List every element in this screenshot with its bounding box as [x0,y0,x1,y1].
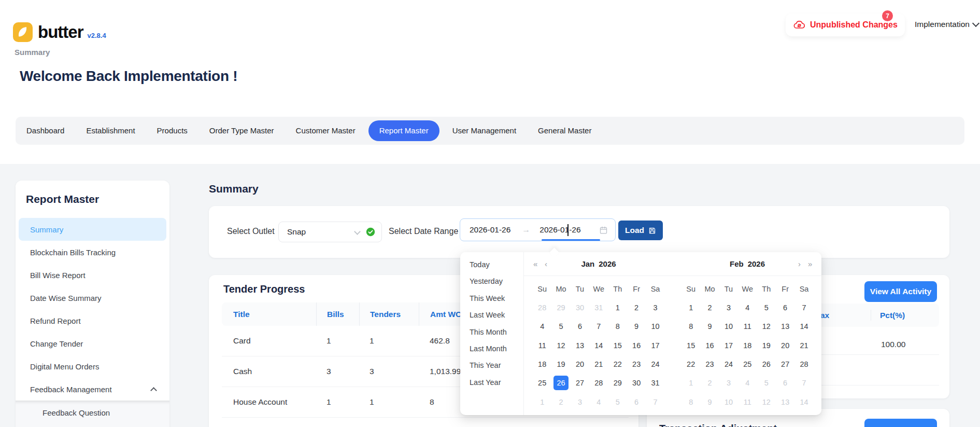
calendar-day[interactable]: 30 [571,298,589,317]
calendar-day[interactable]: 22 [681,355,700,374]
calendar-day[interactable]: 9 [627,317,646,336]
calendar-day[interactable]: 28 [794,355,813,374]
calendar-day[interactable]: 5 [757,374,776,392]
calendar-day[interactable]: 14 [589,336,608,355]
datepicker-shortcut-this-week[interactable]: This Week [460,290,523,307]
datepicker-shortcut-last-year[interactable]: Last Year [460,374,523,391]
calendar-day[interactable]: 12 [551,336,570,355]
calendar-day[interactable]: 18 [533,355,551,374]
tab-report-master[interactable]: Report Master [368,120,439,141]
calendar-day[interactable]: 6 [776,298,794,317]
calendar-day[interactable]: 21 [794,336,813,355]
calendar-day[interactable]: 2 [551,392,570,411]
tab-dashboard[interactable]: Dashboard [16,117,75,145]
calendar-day[interactable]: 1 [608,298,627,317]
calendar-day[interactable]: 2 [627,298,646,317]
start-date-value[interactable]: 2026-01-26 [470,225,510,235]
sidebar-item-bill-wise-report[interactable]: Bill Wise Report [16,264,169,286]
datepicker-shortcut-last-week[interactable]: Last Week [460,307,523,323]
calendar-day[interactable]: 1 [533,392,551,411]
calendar-day[interactable]: 16 [627,336,646,355]
calendar-day[interactable]: 30 [627,374,646,392]
calendar-day[interactable]: 16 [700,336,719,355]
tab-products[interactable]: Products [146,117,198,145]
tab-customer-master[interactable]: Customer Master [285,117,366,145]
sidebar-item-change-tender[interactable]: Change Tender [16,332,169,355]
calendar-day[interactable]: 26 [757,355,776,374]
calendar-day[interactable]: 28 [589,374,608,392]
calendar-day[interactable]: 28 [533,298,551,317]
calendar-day[interactable]: 3 [571,392,589,411]
calendar-day[interactable]: 19 [551,355,570,374]
calendar-day[interactable]: 10 [719,317,738,336]
calendar-day[interactable]: 8 [681,317,700,336]
calendar-day[interactable]: 10 [646,317,664,336]
calendar-day[interactable]: 7 [794,298,813,317]
calendar-day[interactable]: 2 [700,298,719,317]
calendar-day[interactable]: 14 [794,392,813,411]
calendar-day[interactable]: 9 [700,317,719,336]
calendar-day[interactable]: 31 [646,374,664,392]
calendar-day[interactable]: 4 [738,298,757,317]
calendar-day[interactable]: 15 [681,336,700,355]
calendar-day[interactable]: 6 [776,374,794,392]
calendar-day[interactable]: 5 [608,392,627,411]
next-year-icon[interactable]: » [808,252,812,276]
tab-order-type-master[interactable]: Order Type Master [198,117,285,145]
calendar-day[interactable]: 8 [608,317,627,336]
tab-user-management[interactable]: User Management [442,117,527,145]
calendar-day[interactable]: 2 [700,374,719,392]
calendar-day[interactable]: 12 [757,392,776,411]
calendar-day[interactable]: 13 [776,392,794,411]
calendar-day[interactable]: 10 [719,392,738,411]
calendar-day[interactable]: 24 [719,355,738,374]
calendar-day[interactable]: 19 [757,336,776,355]
calendar-day[interactable]: 3 [719,298,738,317]
calendar-day[interactable]: 17 [646,336,664,355]
calendar-day[interactable]: 24 [646,355,664,374]
calendar-day[interactable]: 20 [776,336,794,355]
account-menu[interactable]: Implementation [915,20,978,29]
sidebar-item-date-wise-summary[interactable]: Date Wise Summary [16,286,169,309]
outlet-select[interactable]: Snap [278,222,382,242]
calendar-day[interactable]: 18 [738,336,757,355]
tab-establishment[interactable]: Establishment [75,117,146,145]
calendar-day[interactable]: 11 [533,336,551,355]
calendar-day[interactable]: 23 [627,355,646,374]
calendar-day[interactable]: 3 [719,374,738,392]
calendar-day[interactable]: 11 [738,392,757,411]
calendar-day[interactable]: 7 [589,317,608,336]
calendar-day[interactable]: 29 [551,298,570,317]
end-date-value[interactable]: 2026-01-26 [539,225,580,235]
calendar-day[interactable]: 14 [794,317,813,336]
datepicker-shortcut-last-month[interactable]: Last Month [460,340,523,357]
calendar-day[interactable]: 7 [646,392,664,411]
unpublished-changes-button[interactable]: Unpublished Changes 7 [786,13,905,36]
calendar-day-selected[interactable]: 26 [551,374,570,392]
calendar-day[interactable]: 25 [738,355,757,374]
next-month-icon[interactable]: › [798,252,801,276]
prev-year-icon[interactable]: « [533,252,537,276]
calendar-day[interactable]: 8 [681,392,700,411]
view-all-activity-button[interactable]: View All Activity [864,281,937,302]
calendar-day[interactable]: 11 [738,317,757,336]
date-range-picker[interactable]: 2026-01-26 → 2026-01-26 [460,218,616,241]
calendar-day[interactable]: 4 [738,374,757,392]
calendar-day[interactable]: 17 [719,336,738,355]
calendar-day[interactable]: 4 [533,317,551,336]
sidebar-item-feedback-management[interactable]: Feedback Management [16,378,169,401]
datepicker-shortcut-today[interactable]: Today [460,256,523,273]
load-button[interactable]: Load [618,221,663,240]
calendar-day[interactable]: 15 [608,336,627,355]
calendar-day[interactable]: 13 [571,336,589,355]
calendar-day[interactable]: 4 [589,392,608,411]
sidebar-item-summary[interactable]: Summary [19,218,166,241]
sidebar-subitem-feedback-question[interactable]: Feedback Question [16,402,169,424]
calendar-day[interactable]: 25 [533,374,551,392]
sidebar-item-digital-menu-orders[interactable]: Digital Menu Orders [16,355,169,378]
calendar-day[interactable]: 13 [776,317,794,336]
calendar-day[interactable]: 7 [794,374,813,392]
calendar-day[interactable]: 27 [571,374,589,392]
calendar-day[interactable]: 20 [571,355,589,374]
calendar-day[interactable]: 6 [571,317,589,336]
